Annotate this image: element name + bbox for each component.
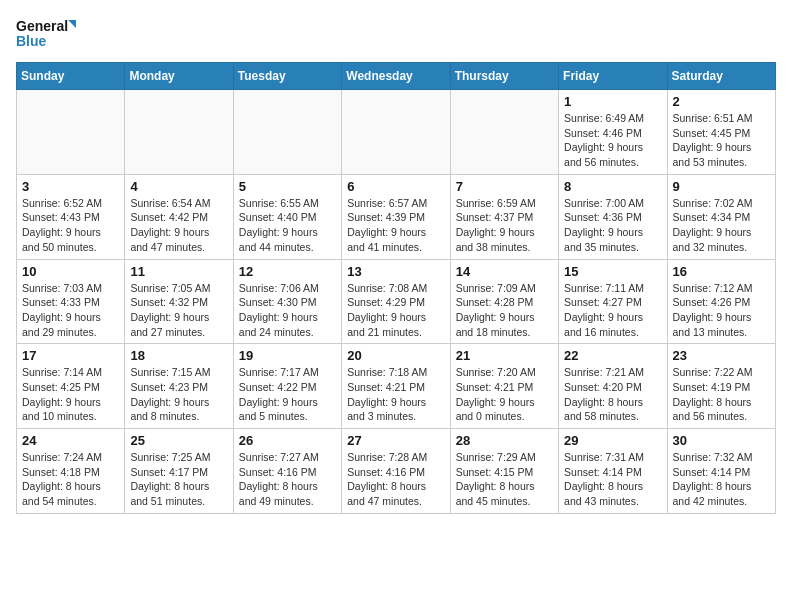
cell-info: Sunrise: 7:18 AM Sunset: 4:21 PM Dayligh…	[347, 365, 444, 424]
day-number: 26	[239, 433, 336, 448]
svg-marker-2	[68, 20, 76, 28]
day-number: 25	[130, 433, 227, 448]
calendar-cell: 3Sunrise: 6:52 AM Sunset: 4:43 PM Daylig…	[17, 174, 125, 259]
cell-info: Sunrise: 6:57 AM Sunset: 4:39 PM Dayligh…	[347, 196, 444, 255]
calendar-cell: 13Sunrise: 7:08 AM Sunset: 4:29 PM Dayli…	[342, 259, 450, 344]
cell-info: Sunrise: 7:27 AM Sunset: 4:16 PM Dayligh…	[239, 450, 336, 509]
calendar-cell: 29Sunrise: 7:31 AM Sunset: 4:14 PM Dayli…	[559, 429, 667, 514]
calendar-cell: 12Sunrise: 7:06 AM Sunset: 4:30 PM Dayli…	[233, 259, 341, 344]
week-row-4: 24Sunrise: 7:24 AM Sunset: 4:18 PM Dayli…	[17, 429, 776, 514]
day-number: 7	[456, 179, 553, 194]
day-number: 4	[130, 179, 227, 194]
cell-info: Sunrise: 7:06 AM Sunset: 4:30 PM Dayligh…	[239, 281, 336, 340]
day-number: 11	[130, 264, 227, 279]
day-number: 30	[673, 433, 770, 448]
week-row-1: 3Sunrise: 6:52 AM Sunset: 4:43 PM Daylig…	[17, 174, 776, 259]
cell-info: Sunrise: 7:17 AM Sunset: 4:22 PM Dayligh…	[239, 365, 336, 424]
cell-info: Sunrise: 7:02 AM Sunset: 4:34 PM Dayligh…	[673, 196, 770, 255]
cell-info: Sunrise: 7:05 AM Sunset: 4:32 PM Dayligh…	[130, 281, 227, 340]
calendar-cell: 17Sunrise: 7:14 AM Sunset: 4:25 PM Dayli…	[17, 344, 125, 429]
calendar-cell: 5Sunrise: 6:55 AM Sunset: 4:40 PM Daylig…	[233, 174, 341, 259]
calendar-cell: 19Sunrise: 7:17 AM Sunset: 4:22 PM Dayli…	[233, 344, 341, 429]
day-number: 15	[564, 264, 661, 279]
calendar-cell: 14Sunrise: 7:09 AM Sunset: 4:28 PM Dayli…	[450, 259, 558, 344]
calendar-cell: 25Sunrise: 7:25 AM Sunset: 4:17 PM Dayli…	[125, 429, 233, 514]
cell-info: Sunrise: 6:51 AM Sunset: 4:45 PM Dayligh…	[673, 111, 770, 170]
cell-info: Sunrise: 6:52 AM Sunset: 4:43 PM Dayligh…	[22, 196, 119, 255]
week-row-3: 17Sunrise: 7:14 AM Sunset: 4:25 PM Dayli…	[17, 344, 776, 429]
week-row-2: 10Sunrise: 7:03 AM Sunset: 4:33 PM Dayli…	[17, 259, 776, 344]
calendar-cell	[342, 90, 450, 175]
calendar-cell: 16Sunrise: 7:12 AM Sunset: 4:26 PM Dayli…	[667, 259, 775, 344]
day-number: 23	[673, 348, 770, 363]
day-number: 21	[456, 348, 553, 363]
calendar-cell: 7Sunrise: 6:59 AM Sunset: 4:37 PM Daylig…	[450, 174, 558, 259]
calendar-cell: 23Sunrise: 7:22 AM Sunset: 4:19 PM Dayli…	[667, 344, 775, 429]
cell-info: Sunrise: 7:32 AM Sunset: 4:14 PM Dayligh…	[673, 450, 770, 509]
cell-info: Sunrise: 7:11 AM Sunset: 4:27 PM Dayligh…	[564, 281, 661, 340]
calendar-cell: 15Sunrise: 7:11 AM Sunset: 4:27 PM Dayli…	[559, 259, 667, 344]
day-number: 14	[456, 264, 553, 279]
calendar-cell: 22Sunrise: 7:21 AM Sunset: 4:20 PM Dayli…	[559, 344, 667, 429]
logo: General Blue	[16, 16, 76, 52]
day-number: 19	[239, 348, 336, 363]
weekday-header-saturday: Saturday	[667, 63, 775, 90]
calendar-cell: 30Sunrise: 7:32 AM Sunset: 4:14 PM Dayli…	[667, 429, 775, 514]
svg-text:Blue: Blue	[16, 33, 47, 49]
day-number: 24	[22, 433, 119, 448]
cell-info: Sunrise: 7:28 AM Sunset: 4:16 PM Dayligh…	[347, 450, 444, 509]
calendar-cell: 24Sunrise: 7:24 AM Sunset: 4:18 PM Dayli…	[17, 429, 125, 514]
day-number: 28	[456, 433, 553, 448]
calendar-cell: 1Sunrise: 6:49 AM Sunset: 4:46 PM Daylig…	[559, 90, 667, 175]
cell-info: Sunrise: 7:15 AM Sunset: 4:23 PM Dayligh…	[130, 365, 227, 424]
calendar-cell: 9Sunrise: 7:02 AM Sunset: 4:34 PM Daylig…	[667, 174, 775, 259]
calendar-cell: 26Sunrise: 7:27 AM Sunset: 4:16 PM Dayli…	[233, 429, 341, 514]
day-number: 20	[347, 348, 444, 363]
weekday-header-friday: Friday	[559, 63, 667, 90]
day-number: 2	[673, 94, 770, 109]
cell-info: Sunrise: 6:55 AM Sunset: 4:40 PM Dayligh…	[239, 196, 336, 255]
day-number: 9	[673, 179, 770, 194]
cell-info: Sunrise: 7:03 AM Sunset: 4:33 PM Dayligh…	[22, 281, 119, 340]
cell-info: Sunrise: 7:21 AM Sunset: 4:20 PM Dayligh…	[564, 365, 661, 424]
cell-info: Sunrise: 6:54 AM Sunset: 4:42 PM Dayligh…	[130, 196, 227, 255]
logo-svg: General Blue	[16, 16, 76, 52]
cell-info: Sunrise: 7:00 AM Sunset: 4:36 PM Dayligh…	[564, 196, 661, 255]
cell-info: Sunrise: 7:31 AM Sunset: 4:14 PM Dayligh…	[564, 450, 661, 509]
calendar-cell: 28Sunrise: 7:29 AM Sunset: 4:15 PM Dayli…	[450, 429, 558, 514]
calendar-cell: 10Sunrise: 7:03 AM Sunset: 4:33 PM Dayli…	[17, 259, 125, 344]
cell-info: Sunrise: 7:22 AM Sunset: 4:19 PM Dayligh…	[673, 365, 770, 424]
day-number: 8	[564, 179, 661, 194]
header: General Blue	[16, 16, 776, 52]
day-number: 5	[239, 179, 336, 194]
cell-info: Sunrise: 6:49 AM Sunset: 4:46 PM Dayligh…	[564, 111, 661, 170]
cell-info: Sunrise: 7:08 AM Sunset: 4:29 PM Dayligh…	[347, 281, 444, 340]
day-number: 18	[130, 348, 227, 363]
weekday-header-row: SundayMondayTuesdayWednesdayThursdayFrid…	[17, 63, 776, 90]
weekday-header-sunday: Sunday	[17, 63, 125, 90]
day-number: 16	[673, 264, 770, 279]
calendar-cell: 8Sunrise: 7:00 AM Sunset: 4:36 PM Daylig…	[559, 174, 667, 259]
cell-info: Sunrise: 7:14 AM Sunset: 4:25 PM Dayligh…	[22, 365, 119, 424]
day-number: 29	[564, 433, 661, 448]
calendar-cell: 21Sunrise: 7:20 AM Sunset: 4:21 PM Dayli…	[450, 344, 558, 429]
cell-info: Sunrise: 7:24 AM Sunset: 4:18 PM Dayligh…	[22, 450, 119, 509]
weekday-header-tuesday: Tuesday	[233, 63, 341, 90]
day-number: 6	[347, 179, 444, 194]
calendar-cell	[125, 90, 233, 175]
day-number: 13	[347, 264, 444, 279]
day-number: 3	[22, 179, 119, 194]
calendar-cell	[233, 90, 341, 175]
cell-info: Sunrise: 7:09 AM Sunset: 4:28 PM Dayligh…	[456, 281, 553, 340]
calendar-cell: 27Sunrise: 7:28 AM Sunset: 4:16 PM Dayli…	[342, 429, 450, 514]
calendar-cell	[17, 90, 125, 175]
calendar-cell: 4Sunrise: 6:54 AM Sunset: 4:42 PM Daylig…	[125, 174, 233, 259]
day-number: 12	[239, 264, 336, 279]
day-number: 17	[22, 348, 119, 363]
cell-info: Sunrise: 7:12 AM Sunset: 4:26 PM Dayligh…	[673, 281, 770, 340]
calendar-cell: 6Sunrise: 6:57 AM Sunset: 4:39 PM Daylig…	[342, 174, 450, 259]
weekday-header-monday: Monday	[125, 63, 233, 90]
calendar-cell: 11Sunrise: 7:05 AM Sunset: 4:32 PM Dayli…	[125, 259, 233, 344]
day-number: 10	[22, 264, 119, 279]
weekday-header-wednesday: Wednesday	[342, 63, 450, 90]
